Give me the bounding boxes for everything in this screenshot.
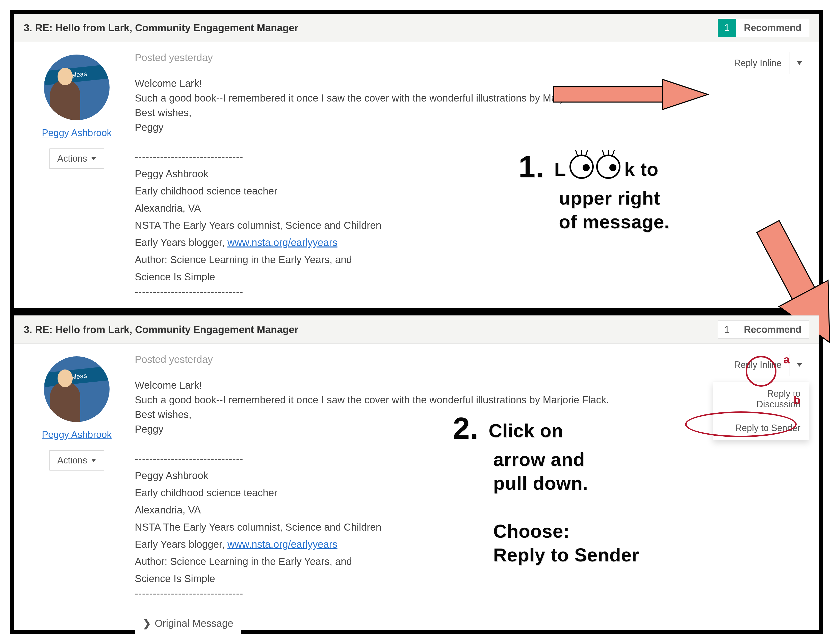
signature-line: NSTA The Early Years columnist, Science … [135, 218, 809, 233]
instruction-step-1: 1. L k to upper right of message. [518, 148, 670, 234]
original-message-label: Original Message [155, 616, 233, 631]
panel-step-1: 3. RE: Hello from Lark, Community Engage… [14, 14, 819, 308]
recommend-count: 1 [718, 320, 737, 339]
author-link[interactable]: Peggy Ashbrook [29, 429, 125, 440]
recommend-button[interactable]: Recommend [736, 320, 809, 339]
signature-line: Alexandria, VA [135, 201, 809, 216]
reply-inline-button[interactable]: Reply Inline [726, 52, 790, 74]
chevron-right-icon: ❯ [143, 616, 151, 631]
instr-text: arrow and [493, 449, 585, 470]
highlight-circle-b [685, 411, 797, 437]
callout-label-b: b [794, 394, 801, 406]
signature-text: Early Years blogger, [135, 237, 227, 248]
chevron-down-icon [91, 157, 96, 160]
panel-step-2: 3. RE: Hello from Lark, Community Engage… [14, 316, 819, 630]
signature-text: Early Years blogger, [135, 539, 227, 550]
highlight-circle-a [746, 356, 777, 386]
posted-time: Posted yesterday [135, 52, 809, 63]
svg-rect-0 [554, 87, 663, 102]
signature-link[interactable]: www.nsta.org/earlyyears [227, 539, 338, 550]
instr-text: pull down. [493, 473, 588, 494]
signature-divider: ------------------------------ [135, 149, 809, 164]
signature-line: Early childhood science teacher [135, 184, 809, 198]
avatar[interactable]: Releas [44, 356, 109, 422]
author-link[interactable]: Peggy Ashbrook [29, 127, 125, 138]
reply-dropdown-toggle[interactable] [790, 52, 809, 74]
instruction-step-2: 2. Click on arrow and pull down. Choose:… [453, 409, 639, 567]
thread-number: 3. [24, 22, 32, 34]
thread-title: RE: Hello from Lark, Community Engagemen… [35, 22, 298, 34]
signature-line: Science Is Simple [135, 571, 809, 586]
reply-group: Reply Inline [726, 52, 809, 74]
msg-line: Such a good book--I remembered it once I… [135, 393, 809, 407]
instr-text: Click on [489, 420, 563, 441]
posted-time: Posted yesterday [135, 354, 809, 365]
thread-title: RE: Hello from Lark, Community Engagemen… [35, 324, 298, 335]
signature-line: Early Years blogger, www.nsta.org/earlyy… [135, 235, 809, 250]
arrow-icon [551, 74, 713, 115]
reply-dropdown-toggle[interactable] [790, 354, 809, 376]
signature-line: Peggy Ashbrook [135, 166, 809, 181]
instr-text: upper right [559, 188, 660, 209]
thread-number: 3. [24, 324, 32, 335]
actions-label: Actions [57, 455, 87, 466]
msg-line: Peggy [135, 120, 809, 135]
thread-header: 3. RE: Hello from Lark, Community Engage… [14, 316, 819, 344]
original-message-button[interactable]: ❯ Original Message [135, 611, 241, 636]
signature-link[interactable]: www.nsta.org/earlyyears [227, 237, 338, 248]
chevron-down-icon [797, 61, 802, 65]
recommend-button[interactable]: Recommend [736, 19, 809, 37]
actions-label: Actions [57, 153, 87, 164]
eye-icon [569, 155, 594, 179]
signature-line: Author: Science Learning in the Early Ye… [135, 252, 809, 267]
signature-divider: ------------------------------ [135, 284, 809, 299]
instr-text: of message. [559, 211, 670, 232]
instr-text: L [554, 159, 566, 180]
signature-line: Science Is Simple [135, 269, 809, 284]
actions-button[interactable]: Actions [50, 148, 104, 169]
chevron-down-icon [91, 459, 96, 462]
callout-label-a: a [783, 353, 790, 366]
actions-button[interactable]: Actions [50, 450, 104, 470]
svg-marker-1 [663, 79, 708, 109]
instr-text: Choose: [493, 521, 570, 542]
chevron-down-icon [797, 363, 802, 367]
step-number: 1. [518, 150, 544, 184]
step-number: 2. [453, 411, 479, 445]
signature-divider: ------------------------------ [135, 586, 809, 601]
svg-rect-2 [757, 221, 815, 299]
eye-icon [596, 155, 621, 179]
recommend-count: 1 [718, 19, 737, 37]
instr-text: Reply to Sender [493, 544, 639, 565]
thread-header: 3. RE: Hello from Lark, Community Engage… [14, 14, 819, 42]
instr-text: k to [624, 159, 659, 180]
msg-line: Welcome Lark! [135, 378, 809, 393]
avatar[interactable]: Releas [44, 55, 109, 120]
